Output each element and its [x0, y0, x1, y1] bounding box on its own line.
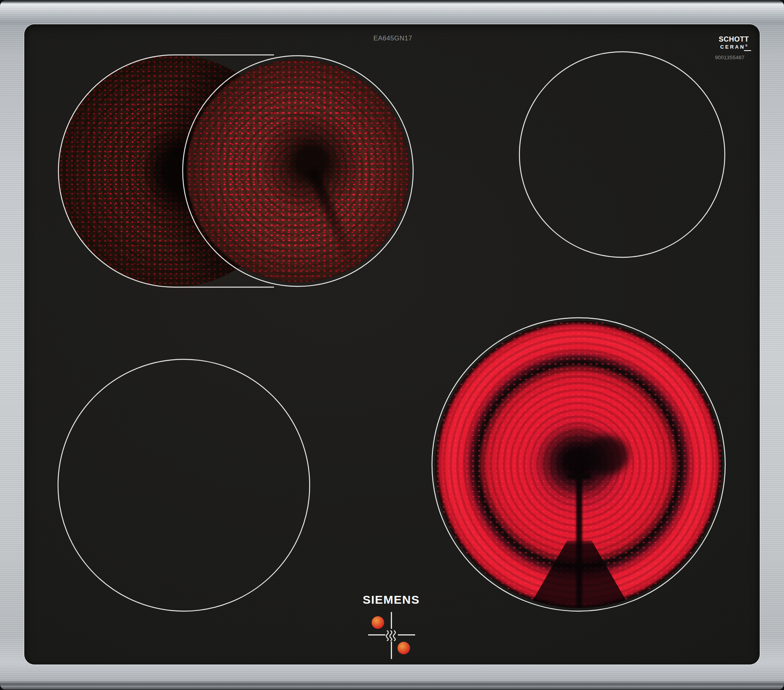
- residual-heat-indicator-dot: [397, 642, 410, 654]
- front-right-bottom-shadow: [528, 541, 630, 608]
- siemens-logo: SIEMENS: [352, 593, 430, 606]
- rear-right-outline: [519, 52, 725, 257]
- glass-surface: EA645GN17 SCHOTT CERAN® 9001355487 SIEME…: [24, 24, 760, 665]
- model-code-label: EA645GN17: [342, 35, 444, 42]
- schott-logo-line2: CERAN®: [715, 44, 753, 50]
- residual-heat-cross-line: [368, 634, 385, 635]
- residual-heat-cross-line: [391, 612, 392, 629]
- schott-ceran-logo: SCHOTT CERAN® 9001355487: [715, 35, 753, 60]
- front-right-element-glow: [435, 321, 722, 608]
- residual-heat-cross-line: [398, 634, 415, 635]
- residual-heat-indicator-dot: [372, 616, 384, 629]
- registered-mark: ®: [745, 44, 748, 47]
- schott-logo-line1: SCHOTT: [715, 35, 753, 44]
- front-right-sensor-cap-shadow: [567, 475, 591, 479]
- steam-icon: [385, 630, 397, 641]
- front-left-outline: [58, 359, 310, 611]
- rear-left-center-shadow: [307, 167, 358, 268]
- front-right-center-shadow-2: [585, 435, 629, 475]
- schott-logo-underline: [744, 50, 751, 51]
- cooktop-frame: EA645GN17 SCHOTT CERAN® 9001355487 SIEME…: [0, 0, 784, 690]
- rear-left-main-element-glow: [187, 60, 409, 282]
- print-number-label: 9001355487: [715, 55, 753, 60]
- residual-heat-cross-line: [391, 641, 392, 659]
